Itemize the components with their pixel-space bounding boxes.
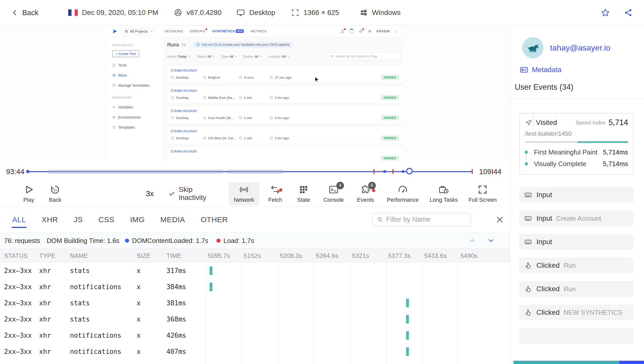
user-avatar [522,37,543,58]
run-row[interactable]: Create Account Desktop Middle East (Ba..… [167,86,402,103]
jump-next-icon[interactable] [487,237,495,244]
network-panel-button[interactable]: Network [229,182,259,205]
back-button[interactable]: Back [11,9,38,17]
replayed-page: All Projects SESSIONS ERRORS SYNTHETICSN… [108,26,402,161]
sidebar-item-variables[interactable]: Variables [112,105,158,109]
run-name-link[interactable]: Create Account [171,108,399,113]
timeline-tick-red [374,169,375,174]
metric-dot [525,151,528,154]
network-request-row[interactable]: 2xx–3xxxhrnotificationsx384ms [0,279,510,295]
test-search-input[interactable] [327,52,401,60]
user-menu[interactable]: KRAIEM [377,29,390,33]
play-button[interactable]: Play [16,184,41,203]
sidebar-item-templates[interactable]: Templates [112,125,158,129]
timeline-playhead[interactable] [406,168,413,174]
search-icon [377,216,383,223]
filter-status[interactable]: StatusAll [197,55,215,58]
sidebar-item-tests[interactable]: Tests [112,63,158,67]
run-name-link[interactable]: Create Account [171,68,399,72]
network-tab-xhr[interactable]: XHR [41,211,59,228]
event-type: Visited [536,119,557,127]
notifications-bell-icon[interactable] [359,29,363,33]
network-tabs: ALL XHR JS CSS IMG MEDIA OTHER [0,207,510,233]
long-tasks-panel-button[interactable]: Long Tasks [427,184,460,203]
clock-icon [269,96,273,99]
request-timing-bar [210,283,212,291]
run-row[interactable]: Create Account PASSED [167,146,402,161]
performance-panel-button[interactable]: Performance [384,184,421,203]
full-screen-button[interactable]: Full Screen [466,184,499,203]
clicked-event-card[interactable]: Clicked Run [519,281,634,297]
sidebar-item-environments[interactable]: Environments [112,115,158,119]
tab-errors[interactable]: ERRORS [190,29,205,33]
create-test-button[interactable]: + Create Test [112,50,139,57]
network-request-row[interactable]: 2xx–3xxxhrnotificationsx407ms [0,344,510,360]
run-name-link[interactable]: Create Account [171,149,399,153]
network-request-row[interactable]: 2xx–3xxxhrstatsx368ms [0,311,510,327]
user-event-card[interactable] [519,328,634,344]
runs-count: 76 [182,43,186,47]
network-tab-media[interactable]: MEDIA [160,211,186,228]
favorite-star-icon[interactable] [601,8,610,17]
loading-spinner-icon [349,29,354,34]
filter-device[interactable]: DeviceAll [243,55,262,58]
tab-metrics[interactable]: METRICS [251,29,267,33]
sidebar-item-manage-schedules[interactable]: Manage Schedules [112,83,158,87]
user-events-title: User Events (34) [515,83,644,92]
fetch-panel-button[interactable]: Fetch [263,184,287,203]
network-tab-other[interactable]: OTHER [200,211,229,228]
network-tab-css[interactable]: CSS [98,211,115,228]
network-tab-all[interactable]: ALL [12,211,27,228]
run-name-link[interactable]: Create Account [171,129,399,133]
events-panel-button[interactable]: 6 Events [352,184,379,203]
hyena-avatar-icon [526,41,540,55]
run-row[interactable]: Create Account Desktop US West (N. Cal..… [167,126,402,144]
network-request-row[interactable]: 2xx–3xxxhrstatsx381ms [0,295,510,311]
filter-location[interactable]: LocationAll [268,55,290,58]
visited-event-card[interactable]: Visited Speed Index 5,714 /test-builder/… [519,113,634,175]
project-selector[interactable]: All Projects [122,28,156,35]
input-event-card[interactable]: Input [519,187,634,203]
metric-row: First Meaningful Paint 5,714ms [525,146,628,158]
network-tab-js[interactable]: JS [73,211,83,228]
lab-icon[interactable] [340,29,345,33]
share-icon[interactable] [624,8,633,17]
input-event-card[interactable]: Input [519,234,634,250]
run-row[interactable]: Create Account Desktop Belgium 4 secs 27… [167,65,402,83]
clicked-event-card[interactable]: Clicked NEW SYNTHETICS [519,305,634,320]
kebab-menu-icon[interactable] [394,29,398,33]
filter-type[interactable]: TypeAll [221,55,237,58]
speed-index-value: 5,714 [608,118,628,127]
tab-sessions[interactable]: SESSIONS [165,29,183,33]
network-request-row[interactable]: 2xx–3xxxhrnotificationsx426ms [0,327,510,344]
run-row[interactable]: Create Account Desktop Asia Pacific (M..… [167,106,402,123]
playback-speed-button[interactable]: 3x [143,189,156,198]
metadata-button[interactable]: Metadata [520,65,644,74]
test-search-field[interactable] [335,55,399,58]
sidebar-item-runs[interactable]: Runs [112,73,158,77]
cli-link[interactable]: CLI [214,43,218,47]
jump-previous-icon[interactable] [468,237,476,244]
timeline-tick-red [392,169,393,174]
user-email-link[interactable]: tahay@asayer.io [550,43,610,53]
network-request-row[interactable]: 2xx–3xxxhrstatsx317ms [0,263,510,279]
console-panel-button[interactable]: 4 Console [320,184,348,203]
close-panel-icon[interactable] [495,215,504,224]
dom-building-time: DOM Building Time: 1.6s [47,237,119,245]
run-name-link[interactable]: Create Account [171,88,399,93]
timeline-track[interactable]: 93:44 109:44 [0,161,510,181]
network-filter-input[interactable] [372,213,471,226]
filter-period[interactable]: PeriodToday [167,55,191,58]
user-events-panel: tahay@asayer.io Metadata User Events (34… [510,26,644,364]
network-tab-img[interactable]: IMG [130,211,145,228]
skip-back-button[interactable]: 10 Back [42,184,68,203]
tab-synthetics[interactable]: SYNTHETICSNEW [212,29,243,33]
input-event-card[interactable]: Input Create Account [519,211,634,226]
clicked-event-card[interactable]: Clicked Run [519,258,634,273]
settings-gear-icon[interactable] [368,29,372,33]
network-filter-field[interactable] [386,216,466,223]
skip-inactivity-toggle[interactable]: Skip Inactivity [168,186,219,202]
state-panel-button[interactable]: State [291,184,316,203]
info-icon [196,43,200,47]
total-duration: 109:44 [479,168,502,176]
